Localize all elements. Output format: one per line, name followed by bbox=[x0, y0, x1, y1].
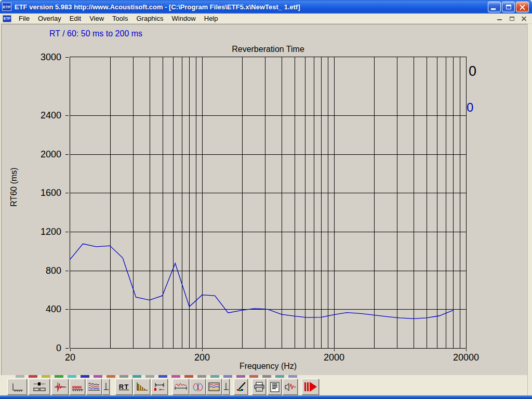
sine-sweep-icon bbox=[71, 381, 84, 393]
legend-value-black: 0 bbox=[469, 63, 476, 79]
axis-corner-2-button[interactable] bbox=[222, 379, 230, 395]
y-tick-label: 1200 bbox=[31, 227, 61, 237]
phase-button[interactable] bbox=[190, 379, 206, 395]
rt-range-label: RT / 60: 50 ms to 200 ms bbox=[49, 29, 142, 38]
y-tick-mark bbox=[65, 309, 69, 310]
chart-title: Reverberation Time bbox=[70, 45, 467, 54]
run-measurement-button[interactable] bbox=[302, 379, 319, 395]
document-window-icon[interactable]: ETF bbox=[3, 15, 11, 22]
clipped-icon bbox=[184, 375, 193, 378]
clipped-icon bbox=[158, 375, 167, 378]
clipped-icon bbox=[262, 375, 271, 378]
x-tick-mark bbox=[334, 349, 335, 351]
smoothed-curve-icon bbox=[174, 381, 188, 393]
document-icon bbox=[269, 381, 281, 393]
speaker-test-button[interactable] bbox=[283, 379, 298, 395]
energy-decay-button[interactable] bbox=[134, 379, 150, 395]
y-tick-mark bbox=[65, 193, 69, 193]
window-title: ETF version 5.983 http://www.Acoustisoft… bbox=[15, 3, 488, 11]
menu-item-tools[interactable]: Tools bbox=[108, 14, 132, 23]
menu-item-file[interactable]: File bbox=[15, 14, 34, 23]
notes-button[interactable] bbox=[268, 379, 282, 395]
y-tick-mark bbox=[65, 348, 69, 349]
phase-curves-icon bbox=[191, 381, 205, 393]
mdi-minimize-button[interactable] bbox=[495, 15, 505, 22]
spectrogram-button[interactable] bbox=[206, 379, 222, 395]
axis-display-button[interactable] bbox=[7, 379, 27, 395]
menu-item-help[interactable]: Help bbox=[200, 14, 222, 23]
restore-icon bbox=[506, 5, 511, 9]
y-tick-mark bbox=[65, 57, 69, 58]
clipped-icon bbox=[16, 375, 24, 378]
axis-corner-button[interactable] bbox=[102, 379, 110, 395]
x-tick-label: 2000 bbox=[311, 352, 357, 363]
x-tick-label: 20000 bbox=[443, 352, 489, 363]
y-tick-label: 3000 bbox=[31, 52, 61, 62]
mdi-close-button[interactable] bbox=[518, 15, 529, 22]
y-tick-label: 0 bbox=[31, 343, 61, 353]
minimize-button[interactable] bbox=[488, 2, 501, 12]
window-right-border bbox=[527, 24, 532, 395]
menu-item-graphics[interactable]: Graphics bbox=[132, 14, 167, 23]
clipped-icon bbox=[171, 375, 180, 378]
smoothed-response-button[interactable] bbox=[172, 379, 189, 395]
spectrogram-icon bbox=[207, 381, 221, 393]
gate-settings-button[interactable] bbox=[151, 379, 168, 395]
title-bar[interactable]: ETF ETF version 5.983 http://www.Acousti… bbox=[0, 0, 532, 14]
y-tick-label: 1600 bbox=[31, 188, 61, 198]
menu-bar: ETF FileOverlayEditViewToolsGraphicsWind… bbox=[0, 14, 532, 24]
speaker-wave-icon bbox=[284, 381, 297, 393]
app-icon: ETF bbox=[2, 3, 11, 11]
clipped-icon bbox=[197, 375, 206, 378]
clipped-icon bbox=[81, 375, 89, 378]
minimize-icon bbox=[491, 8, 496, 10]
close-button[interactable] bbox=[516, 2, 529, 12]
restore-button[interactable] bbox=[502, 2, 515, 12]
slider-panels-icon bbox=[32, 381, 47, 393]
clipped-icon bbox=[145, 375, 154, 378]
clipped-icon bbox=[132, 375, 141, 378]
clipped-icon bbox=[29, 375, 37, 378]
y-tick-label: 2400 bbox=[31, 110, 61, 121]
y-tick-mark bbox=[65, 232, 69, 232]
legend-value-blue: 0 bbox=[467, 100, 473, 115]
y-tick-label: 400 bbox=[31, 304, 61, 314]
mdi-minimize-icon bbox=[497, 19, 502, 20]
corner-axis-icon bbox=[103, 381, 109, 393]
rt-text-icon: RT bbox=[119, 383, 129, 391]
menu-bar-items: FileOverlayEditViewToolsGraphicsWindowHe… bbox=[15, 14, 495, 23]
graph-colors-button[interactable] bbox=[234, 379, 248, 395]
clipped-icon bbox=[55, 375, 63, 378]
impulse-waveform-icon bbox=[54, 381, 67, 393]
y-tick-mark bbox=[65, 154, 69, 155]
menu-item-overlay[interactable]: Overlay bbox=[34, 14, 65, 23]
frequency-response-button[interactable] bbox=[70, 379, 85, 395]
mdi-restore-button[interactable] bbox=[507, 15, 517, 22]
print-button[interactable] bbox=[252, 379, 266, 395]
rt60-button[interactable]: RT bbox=[115, 379, 132, 395]
clipped-icon bbox=[249, 375, 258, 378]
chart-client-area: RT / 60: 50 ms to 200 ms Reverberation T… bbox=[1, 24, 527, 375]
clipped-icon bbox=[275, 375, 284, 378]
decay-spectrum-icon bbox=[135, 381, 149, 393]
axis-icon bbox=[10, 381, 24, 393]
waterfall-curves-icon bbox=[87, 381, 101, 393]
menu-item-edit[interactable]: Edit bbox=[65, 14, 85, 23]
clipped-icon bbox=[223, 375, 232, 378]
gate-markers-icon bbox=[153, 381, 166, 393]
display-layout-button[interactable] bbox=[29, 379, 50, 395]
menu-item-window[interactable]: Window bbox=[168, 14, 200, 23]
run-arrow-icon bbox=[303, 381, 318, 393]
clipped-icon bbox=[68, 375, 76, 378]
app-icon-label: ETF bbox=[3, 5, 10, 9]
rt60-chart: RT / 60: 50 ms to 200 ms Reverberation T… bbox=[1, 24, 527, 375]
window-bottom-border bbox=[0, 395, 532, 399]
x-tick-mark bbox=[202, 349, 203, 351]
y-tick-label: 800 bbox=[31, 265, 61, 276]
x-tick-label: 200 bbox=[179, 352, 225, 363]
mdi-window-controls bbox=[495, 15, 529, 22]
printer-icon bbox=[253, 381, 265, 393]
impulse-response-button[interactable] bbox=[51, 379, 69, 395]
menu-item-view[interactable]: View bbox=[85, 14, 108, 23]
waterfall-button[interactable] bbox=[86, 379, 102, 395]
